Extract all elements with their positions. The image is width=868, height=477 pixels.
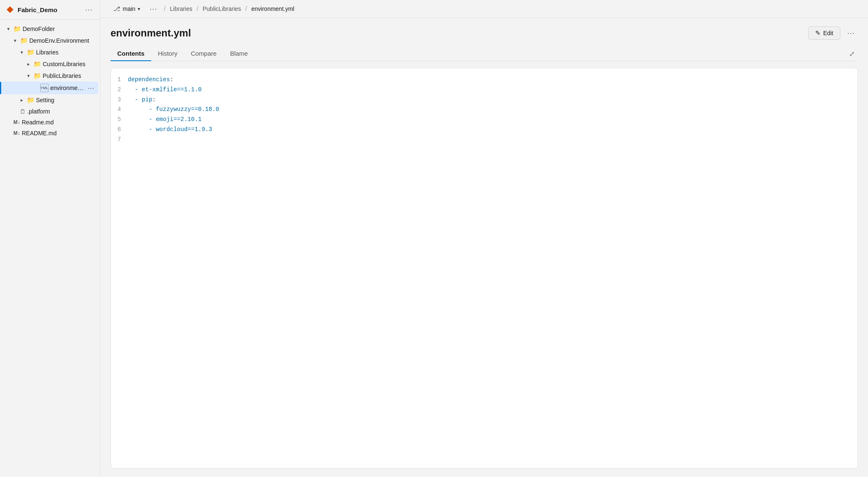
line-content-1: dependencies:: [128, 75, 173, 85]
chevron-setting: [18, 97, 25, 103]
folder-icon-demofolder: 📁: [13, 25, 21, 33]
fabric-logo: [6, 5, 14, 14]
file-title: environment.yml: [111, 27, 191, 39]
item-dots-environment-yml[interactable]: ⋯: [87, 84, 95, 92]
line-num-6: 6: [111, 125, 128, 135]
label-libraries: Libraries: [36, 49, 95, 56]
tree-item-readme-md[interactable]: M↓ Readme.md: [2, 117, 98, 128]
tree-item-libraries[interactable]: 📁 Libraries: [2, 46, 98, 58]
file-tabs: Contents History Compare Blame ⤢: [111, 46, 858, 61]
chevron-demofolder: [5, 26, 12, 32]
label-setting: Setting: [36, 97, 95, 103]
md-file-icon-1: M↓: [13, 119, 20, 125]
code-line-5: 5 - emoji==2.10.1: [111, 115, 858, 125]
edit-button[interactable]: ✎ Edit: [808, 26, 840, 40]
tree-item-publiclibraries[interactable]: 📁 PublicLibraries: [2, 70, 98, 82]
breadcrumb-sep-3: /: [245, 5, 247, 13]
tree-item-readme-md-2[interactable]: M↓ README.md: [2, 128, 98, 139]
line-content-7: [128, 135, 131, 145]
tab-compare[interactable]: Compare: [184, 46, 224, 61]
tree-item-platform[interactable]: 🗒 .platform: [2, 106, 98, 117]
label-readme-md: Readme.md: [22, 119, 95, 126]
svg-marker-0: [7, 6, 13, 13]
content-area: environment.yml ✎ Edit ⋯ Contents Histor…: [100, 18, 868, 477]
chevron-libraries: [18, 49, 25, 56]
tab-blame[interactable]: Blame: [223, 46, 255, 61]
line-content-6: - wordcloud==1.9.3: [128, 125, 212, 135]
code-line-1: 1 dependencies:: [111, 75, 858, 85]
code-line-2: 2 - et-xmlfile==1.1.0: [111, 85, 858, 95]
label-readme-md-2: README.md: [22, 130, 95, 137]
line-num-1: 1: [111, 75, 128, 85]
code-line-7: 7: [111, 135, 858, 145]
md-file-icon-2: M↓: [13, 130, 20, 136]
folder-icon-libraries: 📁: [27, 49, 34, 56]
label-customlibraries: CustomLibraries: [43, 61, 95, 67]
label-platform: .platform: [27, 108, 95, 115]
line-num-3: 3: [111, 95, 128, 105]
code-container: 1 dependencies: 2 - et-xmlfile==1.1.0 3 …: [111, 68, 858, 469]
tab-contents[interactable]: Contents: [111, 46, 151, 61]
label-environment-yml: environment.yml: [50, 85, 85, 91]
line-num-5: 5: [111, 115, 128, 125]
code-block: 1 dependencies: 2 - et-xmlfile==1.1.0 3 …: [111, 68, 858, 152]
tree-item-demofolder[interactable]: 📁 DemoFolder: [2, 23, 98, 35]
branch-name: main: [123, 5, 135, 12]
breadcrumb-current-file: environment.yml: [251, 5, 294, 12]
main-content: ⎇ main ▾ ⋯ / Libraries / PublicLibraries…: [100, 0, 868, 477]
tab-history[interactable]: History: [151, 46, 184, 61]
code-line-3: 3 - pip:: [111, 95, 858, 105]
folder-icon-publiclibraries: 📁: [33, 72, 41, 80]
branch-button[interactable]: ⎇ main ▾: [109, 3, 144, 14]
chevron-down-icon: ▾: [138, 6, 140, 12]
line-num-7: 7: [111, 135, 128, 145]
header-actions: ✎ Edit ⋯: [808, 26, 858, 40]
file-tree: 📁 DemoFolder 📁 DemoEnv.Environment 📁 Lib…: [0, 20, 100, 477]
line-content-5: - emoji==2.10.1: [128, 115, 201, 125]
tree-item-setting[interactable]: 📁 Setting: [2, 94, 98, 106]
line-content-2: - et-xmlfile==1.1.0: [128, 85, 201, 95]
code-line-4: 4 - fuzzywuzzy==0.18.0: [111, 105, 858, 115]
tree-item-customlibraries[interactable]: 📁 CustomLibraries: [2, 58, 98, 70]
line-content-4: - fuzzywuzzy==0.18.0: [128, 105, 219, 115]
topbar: ⎇ main ▾ ⋯ / Libraries / PublicLibraries…: [100, 0, 868, 18]
sidebar-title: Fabric_Demo: [18, 6, 57, 13]
chevron-demoenv: [12, 37, 18, 44]
expand-icon[interactable]: ⤢: [846, 48, 858, 59]
chevron-customlibraries: [25, 61, 32, 67]
label-demofolder: DemoFolder: [23, 26, 95, 32]
sidebar-header: Fabric_Demo ⋯: [0, 0, 100, 20]
folder-icon-setting: 📁: [27, 96, 34, 104]
folder-icon-customlibraries: 📁: [33, 60, 41, 68]
platform-file-icon: 🗒: [20, 108, 26, 115]
breadcrumb-publiclibraries[interactable]: PublicLibraries: [203, 5, 241, 12]
chevron-publiclibraries: [25, 72, 32, 79]
file-header: environment.yml ✎ Edit ⋯: [111, 26, 858, 40]
line-content-3: - pip:: [128, 95, 156, 105]
tree-item-demoenv[interactable]: 📁 DemoEnv.Environment: [2, 35, 98, 46]
sidebar-more-icon[interactable]: ⋯: [83, 4, 94, 15]
sidebar: Fabric_Demo ⋯ 📁 DemoFolder 📁 DemoEnv.Env…: [0, 0, 100, 477]
yml-file-icon: YML: [40, 84, 49, 92]
branch-icon: ⎇: [113, 5, 120, 13]
folder-icon-demoenv: 📁: [20, 37, 28, 44]
code-line-6: 6 - wordcloud==1.9.3: [111, 125, 858, 135]
tree-item-environment-yml[interactable]: YML environment.yml ⋯: [2, 82, 98, 94]
line-num-2: 2: [111, 85, 128, 95]
breadcrumb-sep-2: /: [197, 5, 198, 13]
line-num-4: 4: [111, 105, 128, 115]
file-more-button[interactable]: ⋯: [844, 27, 858, 39]
topbar-more-icon[interactable]: ⋯: [147, 3, 160, 14]
label-demoenv: DemoEnv.Environment: [29, 37, 95, 44]
breadcrumb-sep-1: /: [164, 5, 165, 13]
edit-label: Edit: [823, 30, 833, 36]
label-publiclibraries: PublicLibraries: [43, 72, 95, 79]
sidebar-title-row: Fabric_Demo: [6, 5, 57, 14]
breadcrumb-libraries[interactable]: Libraries: [170, 5, 193, 12]
pencil-icon: ✎: [815, 29, 821, 37]
